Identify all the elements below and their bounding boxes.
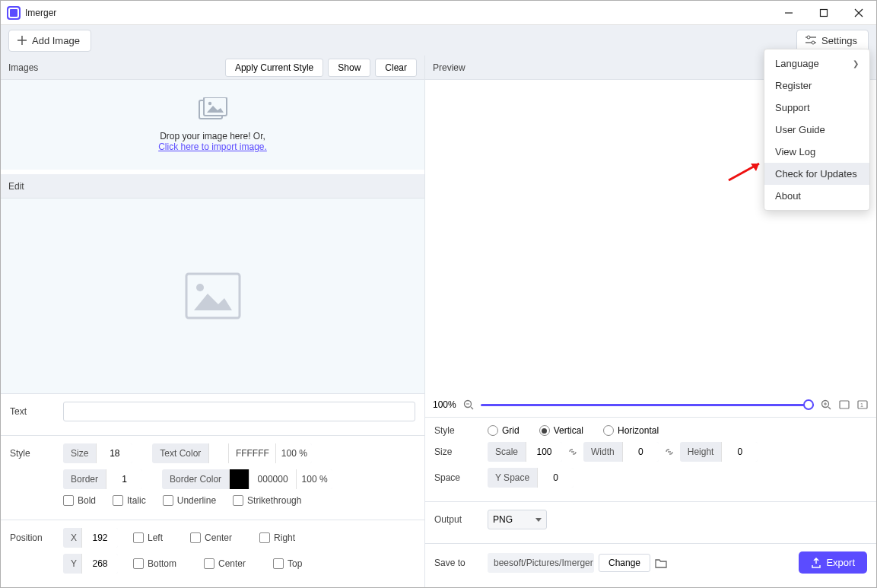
settings-menu: Language❯ Register Support User Guide Vi… [764,49,870,211]
y-field: Y [63,554,118,574]
images-panel-header: Images Apply Current Style Show Clear [1,56,424,80]
zoom-bar: 100% 1 [425,393,876,418]
bold-checkbox[interactable]: Bold [63,495,96,506]
svg-point-12 [208,102,211,105]
border-input[interactable] [106,469,142,489]
y-input[interactable] [81,554,118,574]
edit-panel-title: Edit [8,181,24,192]
app-title: Imerger [25,8,56,18]
svg-rect-1 [821,9,828,16]
align-right-checkbox[interactable]: Right [259,532,295,543]
pstyle-label: Style [434,425,488,436]
menu-register[interactable]: Register [764,75,869,97]
menu-check-updates[interactable]: Check for Updates [764,163,869,185]
menu-user-guide[interactable]: User Guide [764,119,869,141]
yspace-input[interactable] [537,468,574,488]
preview-title: Preview [433,62,466,73]
x-field: X [63,528,118,548]
menu-view-log[interactable]: View Log [764,141,869,163]
apply-style-button[interactable]: Apply Current Style [225,59,323,77]
zoom-slider[interactable] [481,397,814,412]
align-top-checkbox[interactable]: Top [273,558,302,569]
titlebar: Imerger [1,1,876,25]
zoom-in-icon[interactable] [820,399,832,411]
zoom-out-icon[interactable] [462,399,475,411]
minimize-button[interactable] [771,1,806,25]
clear-button[interactable]: Clear [375,59,417,77]
psize-label: Size [434,447,488,457]
menu-language[interactable]: Language❯ [764,52,869,75]
border-color-hex: 000000 [249,469,296,489]
menu-support[interactable]: Support [764,97,869,119]
text-color-swatch[interactable] [208,443,228,463]
height-input[interactable] [721,442,758,462]
import-link[interactable]: Click here to import image. [158,141,267,152]
align-center-x-checkbox[interactable]: Center [190,532,232,543]
underline-checkbox[interactable]: Underline [163,495,216,506]
grid-radio[interactable]: Grid [488,425,520,436]
images-stack-icon [196,97,230,125]
align-left-checkbox[interactable]: Left [133,532,163,543]
vertical-radio[interactable]: Vertical [539,425,583,436]
open-folder-icon[interactable] [655,557,667,569]
text-color-field: Text Color FFFFFF 100 % [152,443,312,463]
svg-rect-13 [186,274,240,318]
italic-checkbox[interactable]: Italic [113,495,146,506]
svg-rect-11 [204,97,227,116]
close-button[interactable] [841,1,876,25]
scale-input[interactable] [526,442,562,462]
link-icon-2[interactable] [663,447,675,457]
app-icon [7,6,21,20]
settings-label: Settings [821,35,857,46]
size-field: Size [63,443,132,463]
width-input[interactable] [622,442,659,462]
show-button[interactable]: Show [328,59,370,77]
toolbar: Add Image Settings [1,25,876,56]
style-label: Style [10,448,63,459]
output-label: Output [434,514,488,525]
saveto-path: beesoft/Pictures/Imerger [488,553,594,573]
image-placeholder-icon [185,272,241,319]
plus-icon [17,35,27,46]
svg-line-16 [471,407,473,409]
border-field: Border [63,469,142,489]
export-button[interactable]: Export [799,551,867,574]
change-path-button[interactable]: Change [599,554,650,572]
add-image-button[interactable]: Add Image [8,30,91,52]
images-panel-title: Images [8,62,38,73]
svg-point-7 [807,36,810,39]
x-input[interactable] [81,528,118,548]
fit-screen-icon[interactable] [838,399,850,411]
text-input[interactable] [63,402,415,421]
link-icon[interactable] [567,447,579,457]
svg-rect-22 [840,401,849,408]
output-format-select[interactable]: PNG [488,510,547,529]
border-color-field: Border Color 000000 100 % [162,469,332,489]
svg-point-9 [812,41,815,44]
svg-text:1: 1 [860,402,863,408]
horizontal-radio[interactable]: Horizontal [603,425,659,436]
menu-about[interactable]: About [764,185,869,207]
saveto-label: Save to [434,558,488,568]
maximize-button[interactable] [806,1,841,25]
pspace-label: Space [434,472,488,483]
edit-panel-header: Edit [1,174,424,199]
chevron-right-icon: ❯ [853,59,859,68]
align-bottom-checkbox[interactable]: Bottom [133,558,176,569]
window-controls [771,1,876,25]
svg-line-19 [828,407,831,409]
add-image-label: Add Image [32,35,80,46]
edit-canvas [1,199,424,393]
actual-size-icon[interactable]: 1 [856,399,869,411]
align-center-y-checkbox[interactable]: Center [204,558,246,569]
left-column: Images Apply Current Style Show Clear Dr… [1,56,425,587]
position-label: Position [10,532,63,543]
size-input[interactable] [96,443,132,463]
sliders-icon [805,35,817,46]
border-color-swatch[interactable] [229,469,249,489]
text-color-opacity: 100 % [275,443,312,463]
drop-text: Drop your image here! Or, [160,131,265,141]
drop-area[interactable]: Drop your image here! Or, Click here to … [1,80,424,170]
strikethrough-checkbox[interactable]: Strikethrough [233,495,301,506]
text-color-hex: FFFFFF [228,443,275,463]
